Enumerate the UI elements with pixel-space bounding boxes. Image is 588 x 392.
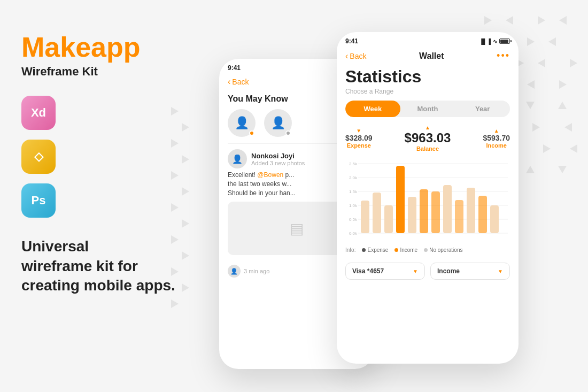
more-dots-button[interactable]: •••	[497, 50, 510, 62]
expense-stat: ▼ $328.09 Expense	[345, 128, 373, 149]
income-dropdown-arrow: ▼	[498, 268, 503, 274]
wallet-back-label: Back	[350, 52, 366, 60]
legend-info-label: Info:	[345, 247, 355, 253]
footer-time: 3 min ago	[244, 268, 269, 274]
income-stat: ▲ $593.70 Income	[483, 128, 510, 149]
xd-icon-box: Xd	[21, 96, 56, 130]
footer-avatar-icon: 👤	[230, 268, 238, 275]
wifi-icon-2: ∿	[493, 39, 497, 44]
avatar-dot-2	[285, 130, 291, 136]
sketch-icon-box: ◇	[21, 140, 56, 174]
expense-label: Expense	[345, 142, 373, 149]
back-label-1: Back	[232, 78, 249, 86]
feed-mention: @Bowen	[257, 171, 283, 179]
svg-rect-17	[420, 189, 428, 233]
footer-avatar: 👤	[228, 265, 241, 278]
wallet-back-arrow: ‹	[345, 51, 348, 61]
visa-dropdown-label: Visa *4657	[352, 267, 384, 275]
xd-label: Xd	[31, 106, 46, 120]
stats-subheading: Choose a Range	[337, 87, 519, 101]
svg-text:0.5k: 0.5k	[349, 217, 358, 222]
phones-area: 9:41 ▐▌▐ ∿ ‹ Back Fe You May Know 👤	[219, 16, 583, 390]
back-arrow-1: ‹	[228, 77, 230, 87]
svg-rect-15	[396, 166, 405, 233]
income-dropdown[interactable]: Income ▼	[430, 263, 510, 280]
range-selector: Week Month Year	[345, 101, 510, 117]
wallet-nav-title: Wallet	[419, 51, 444, 61]
svg-text:1.0k: 1.0k	[349, 203, 358, 208]
chart-legend: Info: Expense Income No operations	[337, 244, 519, 256]
ps-icon-box: Ps	[21, 183, 56, 218]
income-label: Income	[483, 142, 510, 149]
legend-income: Income	[394, 247, 417, 253]
status-bar-2: 9:41 ▐▌▐ ∿	[337, 32, 519, 47]
avatar-circle-1: 👤	[228, 109, 256, 137]
feed-user-info: Nonkosi Joyi Added 3 new photos	[251, 152, 305, 166]
expense-triangle: ▼	[345, 128, 373, 134]
svg-rect-21	[467, 188, 475, 233]
svg-rect-20	[455, 200, 463, 233]
wallet-dropdowns: Visa *4657 ▼ Income ▼	[337, 258, 519, 284]
brand-title: Makeapp	[21, 32, 192, 63]
svg-rect-23	[490, 205, 499, 233]
left-panel: Makeapp Wireframe Kit Xd ◇ Ps Universal …	[21, 32, 192, 295]
range-month-button[interactable]: Month	[400, 101, 455, 117]
bottom-tagline: Universal wireframe kit for creating mob…	[21, 237, 192, 295]
feed-user-name: Nonkosi Joyi	[251, 152, 305, 160]
status-icons-2: ▐▌▐ ∿	[479, 39, 510, 44]
svg-rect-19	[443, 185, 452, 233]
income-triangle: ▲	[483, 128, 510, 134]
avatar-circle-2: 👤	[264, 109, 292, 137]
avatar-dot-1	[249, 130, 254, 136]
avatar-suggestion-2: 👤	[264, 109, 292, 137]
svg-rect-16	[408, 197, 416, 233]
svg-rect-22	[478, 196, 487, 233]
person-icon-1: 👤	[235, 116, 249, 130]
back-button-1[interactable]: ‹ Back	[228, 77, 249, 87]
battery-icon-2	[499, 39, 510, 44]
time-1: 9:41	[228, 64, 241, 72]
brand-subtitle: Wireframe Kit	[21, 65, 192, 79]
legend-expense-dot	[362, 248, 366, 252]
feed-user-sub: Added 3 new photos	[251, 160, 305, 166]
visa-dropdown-arrow: ▼	[413, 268, 418, 274]
person-icon-2: 👤	[271, 116, 285, 130]
avatar-suggestion-1: 👤	[228, 109, 256, 137]
svg-text:0.0k: 0.0k	[349, 231, 358, 236]
range-week-button[interactable]: Week	[345, 101, 400, 117]
stats-numbers: ▼ $328.09 Expense ▲ $963.03 Balance ▲ $5…	[337, 125, 519, 158]
signal-icon-2: ▐▌▐	[479, 39, 491, 44]
expense-amount: $328.09	[345, 134, 373, 142]
phone-wallet: 9:41 ▐▌▐ ∿ ‹ Back Wallet ••• Statistics …	[337, 32, 519, 364]
balance-amount: $963.03	[405, 130, 451, 145]
svg-rect-12	[361, 201, 369, 233]
feed-avatar-icon: 👤	[232, 154, 243, 164]
range-year-button[interactable]: Year	[455, 101, 510, 117]
bar-chart: 2.5k 2.0k 1.5k 1.0k 0.5k 0.0k	[337, 158, 519, 244]
chart-svg: 2.5k 2.0k 1.5k 1.0k 0.5k 0.0k	[342, 158, 513, 244]
sketch-label: ◇	[34, 150, 43, 164]
svg-text:2.5k: 2.5k	[349, 162, 358, 166]
svg-rect-14	[384, 205, 393, 233]
income-amount: $593.70	[483, 134, 510, 142]
stats-heading: Statistics	[337, 65, 519, 87]
legend-income-dot	[394, 248, 398, 252]
svg-rect-18	[431, 191, 440, 233]
visa-dropdown[interactable]: Visa *4657 ▼	[345, 263, 425, 280]
balance-triangle: ▲	[405, 125, 451, 130]
tool-icons-list: Xd ◇ Ps	[21, 96, 192, 218]
feed-avatar: 👤	[228, 149, 247, 168]
image-placeholder-icon: ▤	[290, 220, 304, 237]
ps-label: Ps	[32, 194, 46, 207]
legend-no-ops: No operations	[424, 247, 462, 253]
svg-rect-13	[373, 193, 381, 233]
svg-text:1.5k: 1.5k	[349, 189, 358, 194]
balance-label: Balance	[405, 145, 451, 152]
svg-text:2.0k: 2.0k	[349, 175, 358, 180]
income-dropdown-label: Income	[437, 267, 460, 275]
balance-stat: ▲ $963.03 Balance	[405, 125, 451, 152]
wallet-back-button[interactable]: ‹ Back	[345, 51, 366, 61]
legend-expense: Expense	[362, 247, 388, 253]
time-2: 9:41	[345, 37, 358, 45]
wallet-nav: ‹ Back Wallet •••	[337, 47, 519, 65]
